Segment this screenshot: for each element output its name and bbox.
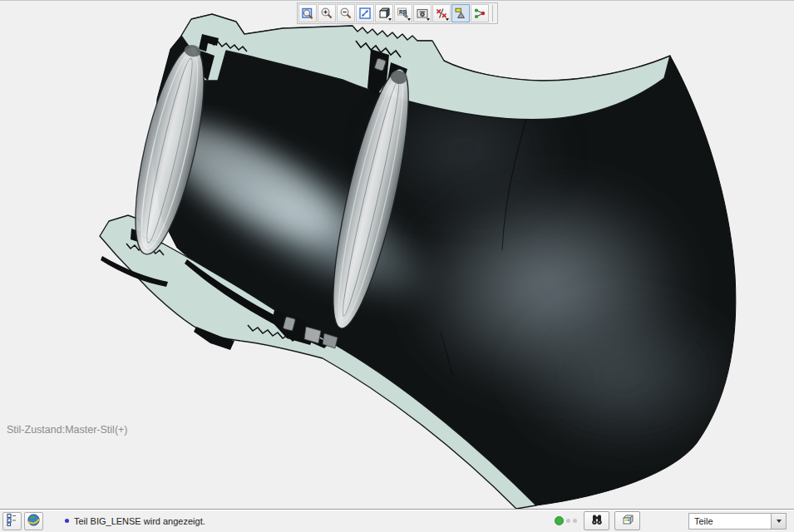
gray-indicator-icon [566,519,570,523]
saved-orientations-button[interactable]: RB [394,4,412,22]
datum-display-button[interactable] [432,4,451,22]
zoom-out-button[interactable] [337,4,355,22]
web-browser-globe-icon [27,513,41,530]
refit-icon [358,7,372,20]
annotation-display-icon [454,7,467,20]
zoom-in-icon [320,7,333,20]
svg-text:RB: RB [399,9,407,15]
zoom-out-icon [339,7,353,20]
spin-center-button[interactable] [471,4,489,22]
spin-center-icon [473,7,486,20]
status-bar: Teil BIG_LENSE wird angezeigt. [0,509,794,532]
toolbar-separator [492,5,495,22]
model-tree-toggle-button[interactable] [2,512,22,530]
model-tree-icon [6,513,19,529]
green-indicator-icon [555,516,564,525]
find-button[interactable] [584,511,609,530]
named-views-button[interactable] [375,4,393,22]
application-window: Stil-Zustand:Master-Stil(+) [0,0,794,532]
menu-arrow-icon [407,18,411,21]
selection-filter-value: Teile [689,516,771,526]
select-in-box-button[interactable] [614,511,640,530]
status-message: Teil BIG_LENSE wird angezeigt. [74,516,205,526]
zoom-region-icon [301,7,314,20]
status-indicator-lights [555,516,577,525]
graphics-area[interactable]: Stil-Zustand:Master-Stil(+) [0,1,794,510]
annotation-display-button[interactable] [451,4,470,22]
menu-arrow-icon [446,18,449,21]
chevron-down-icon [777,520,782,523]
selection-box-icon [621,513,634,529]
gray-indicator-icon [573,519,577,523]
web-browser-toggle-button[interactable] [24,512,43,530]
dropdown-arrow-button[interactable] [771,514,786,529]
graphics-toolbar: RB [297,2,498,24]
selection-filter-dropdown[interactable]: Teile [688,513,787,530]
message-bullet-icon [65,519,69,523]
style-state-label: Stil-Zustand:Master-Stil(+) [7,424,128,436]
zoom-in-button[interactable] [318,4,336,22]
menu-arrow-icon [388,18,392,21]
zoom-region-button[interactable] [298,4,317,22]
refit-button[interactable] [356,4,374,22]
binoculars-icon [590,513,604,529]
menu-arrow-icon [427,18,430,21]
display-style-button[interactable] [413,4,432,22]
